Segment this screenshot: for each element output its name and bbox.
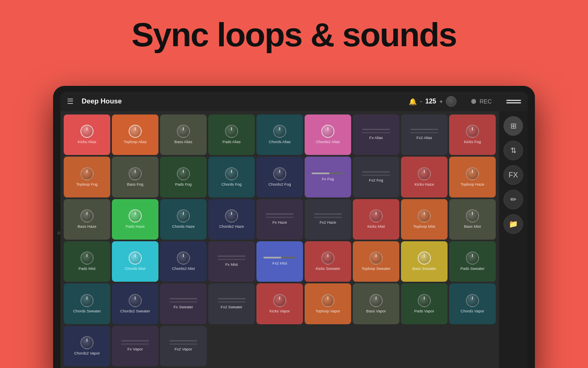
grid-cell-chords2-alias[interactable]: Chords2 Alias (305, 114, 351, 155)
cell-knob (129, 294, 142, 307)
cell-label: Chords2 Fog (269, 182, 291, 187)
cell-line-2 (266, 217, 294, 218)
cell-line (314, 213, 342, 215)
cell-label: Toploop Haze (461, 182, 484, 187)
tempo-knob[interactable] (446, 96, 457, 107)
cell-line (218, 298, 245, 299)
cell-knob (80, 336, 94, 349)
grid-cell-bass-vapor[interactable]: Bass Vapor (353, 283, 399, 324)
grid-cell-fx-fog[interactable]: Fx Fog (305, 157, 351, 197)
grid-cell-pads-sweater[interactable]: Pads Sweater (449, 241, 496, 282)
cell-knob (225, 125, 238, 138)
rec-label[interactable]: REC (479, 98, 492, 105)
cell-slider[interactable] (312, 173, 344, 174)
bpm-minus[interactable]: - (420, 98, 422, 105)
grid-cell-fx2-vapor[interactable]: Fx2 Vapor (160, 326, 207, 366)
menu-icon[interactable]: ☰ (67, 97, 74, 106)
grid-cell-chords2-sweater[interactable]: Chords2 Sweater (112, 283, 158, 324)
grid-cell-fx2-alias[interactable]: Fx2 Alias (401, 114, 448, 155)
grid-cell-chords-fog[interactable]: Chords Fog (208, 157, 255, 197)
grid-cell-bass-fog[interactable]: Bass Fog (112, 157, 158, 197)
cell-label: Bass Fog (127, 182, 143, 187)
folder-button[interactable]: 📁 (503, 214, 523, 234)
cell-label: Chords Sweater (73, 309, 101, 314)
grid-cell-pads-alias[interactable]: Pads Alias (208, 114, 255, 155)
cell-knob (370, 209, 383, 222)
cell-label: Pads Alias (223, 139, 241, 144)
cell-label: Toploop Alias (124, 139, 147, 144)
grid-cell-pads-mist[interactable]: Pads Mist (64, 241, 110, 282)
grid-cell-kicks-fog[interactable]: Kicks Fog (449, 114, 496, 155)
cell-label: Bass Alias (174, 139, 192, 144)
grid-cell-bass-mist[interactable]: Bass Mist (449, 199, 496, 240)
grid-cell-chords-vapor[interactable]: Chords Vapor (449, 283, 496, 324)
cell-line (169, 298, 197, 299)
grid-cell-fx-mist[interactable]: Fx Mist (208, 241, 255, 282)
grid-cell-fx2-sweater[interactable]: Fx2 Sweater (208, 283, 255, 324)
cell-knob (321, 251, 334, 265)
cell-knob (177, 167, 190, 180)
grid-cell-fx2-haze[interactable]: Fx2 Haze (305, 199, 351, 240)
grid-cell-bass-haze[interactable]: Bass Haze (64, 199, 110, 240)
bpm-plus[interactable]: + (439, 98, 443, 105)
grid-cell-fx-vapor[interactable]: Fx Vapor (112, 326, 158, 366)
grid-cell-pads-haze[interactable]: Pads Haze (112, 199, 158, 240)
grid-cell-toploop-vapor[interactable]: Toploop Vapor (305, 283, 351, 324)
grid-cell-pads-fog[interactable]: Pads Fog (160, 157, 207, 197)
cell-knob (80, 294, 94, 307)
slider-fill (263, 257, 281, 258)
grid-cell-toploop-alias[interactable]: Toploop Alias (112, 114, 158, 155)
cell-line-2 (121, 343, 149, 345)
grid-cell-chords2-haze[interactable]: Chords2 Haze (208, 199, 255, 240)
cell-knob (466, 294, 479, 307)
cell-label: Chords Mist (125, 266, 146, 271)
cell-knob (129, 209, 142, 222)
grid-cell-chords2-mist[interactable]: Chords2 Mist (160, 241, 207, 282)
grid-view-button[interactable]: ⊞ (503, 116, 523, 136)
cell-slider[interactable] (263, 257, 296, 258)
grid-cell-fx-haze[interactable]: Fx Haze (256, 199, 303, 240)
metronome-icon: 🔔 (409, 98, 417, 105)
grid-cell-kicks-mist[interactable]: Kicks Mist (353, 199, 399, 240)
topbar: ☰ Deep House 🔔 - 125 + REC (60, 92, 528, 111)
grid-cell-fx-alias[interactable]: Fx Alias (353, 114, 399, 155)
cell-line (410, 129, 438, 130)
grid-cell-bass-sweater[interactable]: Bass Sweater (401, 241, 448, 282)
cell-line (121, 340, 149, 341)
cell-label: Pads Sweater (460, 266, 484, 271)
grid-cell-chords-sweater[interactable]: Chords Sweater (64, 283, 110, 324)
cell-knob (321, 125, 334, 138)
grid-cell-kicks-sweater[interactable]: Kicks Sweater (305, 241, 351, 282)
grid-cell-fx-sweater[interactable]: Fx Sweater (160, 283, 207, 324)
cell-label: Kicks Vapor (270, 309, 290, 314)
grid-cell-toploop-mist[interactable]: Toploop Mist (401, 199, 448, 240)
fx-button[interactable]: FX (503, 165, 523, 185)
cell-knob (370, 294, 383, 307)
cell-label: Fx2 Fog (369, 178, 383, 183)
grid-cell-bass-alias[interactable]: Bass Alias (160, 114, 207, 155)
topbar-menu[interactable] (506, 100, 521, 103)
grid-cell-chords-mist[interactable]: Chords Mist (112, 241, 158, 282)
grid-cell-kicks-alias[interactable]: Kicks Alias (64, 114, 110, 155)
grid-cell-toploop-haze[interactable]: Toploop Haze (449, 157, 496, 197)
grid-cell-chords-alias[interactable]: Chords Alias (256, 114, 303, 155)
right-sidebar: ⊞⇅FX✏📁 (499, 111, 528, 368)
grid-cell-toploop-fog[interactable]: Toploop Fog (64, 157, 110, 197)
grid-cell-fx2-mist[interactable]: Fx2 Mist (256, 241, 303, 282)
grid-cell-kicks-vapor[interactable]: Kicks Vapor (256, 283, 303, 324)
mixer-button[interactable]: ⇅ (503, 141, 523, 160)
cell-line-2 (362, 175, 390, 176)
cell-knob (418, 167, 431, 180)
grid-cell-chords2-vapor[interactable]: Chords2 Vapor (64, 326, 110, 366)
grid-cell-toploop-sweater[interactable]: Toploop Sweater (353, 241, 399, 282)
cell-label: Fx Alias (369, 135, 383, 140)
grid-cell-chords2-fog[interactable]: Chords2 Fog (256, 157, 303, 197)
cell-label: Chords Fog (221, 182, 242, 187)
grid-cell-pads-vapor[interactable]: Pads Vapor (401, 283, 448, 324)
grid-cell-kicks-haze[interactable]: Kicks Haze (401, 157, 448, 197)
edit-button[interactable]: ✏ (503, 190, 523, 209)
cell-label: Toploop Fog (76, 182, 98, 187)
tablet-camera (57, 231, 60, 235)
grid-cell-fx2-fog[interactable]: Fx2 Fog (353, 157, 399, 197)
grid-cell-chords-haze[interactable]: Chords Haze (160, 199, 207, 240)
